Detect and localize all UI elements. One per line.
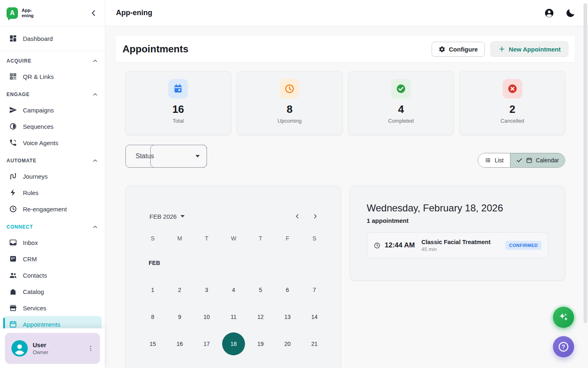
calendar-next-button[interactable]: [312, 213, 319, 220]
calendar-day-4[interactable]: 4: [222, 278, 245, 301]
calendar-week-row: 15161718192021: [139, 330, 327, 357]
calendar-day-13[interactable]: 13: [276, 305, 299, 328]
sidebar-logo-row: A App- ening: [0, 0, 105, 26]
sidebar-item-label: Rules: [23, 189, 38, 196]
sidebar-item-label: QR & Links: [23, 73, 54, 80]
appointment-row[interactable]: 12:44 AMClassic Facial Treatment45 minCO…: [367, 232, 548, 258]
sidebar-item-re-engagement[interactable]: Re-engagement: [3, 201, 102, 217]
sidebar-item-label: CRM: [23, 256, 37, 263]
topbar: App-ening: [105, 0, 588, 26]
content: Appointments Configure New Appointment 1…: [105, 26, 588, 368]
app-logo-text: App- ening: [22, 8, 33, 18]
calendar-day-15[interactable]: 15: [141, 332, 164, 355]
sidebar-item-voice-agents[interactable]: Voice Agents: [3, 135, 102, 151]
appointment-service: Classic Facial Treatment: [421, 239, 490, 245]
stat-card-total[interactable]: 16Total: [125, 71, 231, 135]
chevron-up-icon[interactable]: [92, 157, 98, 164]
ai-assistant-button[interactable]: [553, 307, 574, 328]
calendar-week-row: 891011121314: [139, 303, 327, 330]
stat-label: Upcoming: [278, 118, 302, 124]
calendar-day-17[interactable]: 17: [195, 332, 218, 355]
x-circle-icon: [507, 83, 518, 94]
qr-icon: [9, 72, 17, 81]
sidebar-item-label: Catalog: [23, 288, 44, 295]
sidebar-section-automate: AUTOMATE: [3, 153, 102, 168]
clock-icon: [374, 242, 381, 249]
calendar-day-10[interactable]: 10: [195, 305, 218, 328]
user-menu-button[interactable]: [87, 345, 94, 352]
user-card[interactable]: User Owner: [5, 333, 100, 364]
calendar-day-7[interactable]: 7: [303, 278, 326, 301]
stat-value: 8: [287, 103, 292, 116]
calendar-day-20[interactable]: 20: [276, 332, 299, 355]
help-button[interactable]: ?: [553, 336, 574, 357]
stat-label: Total: [173, 118, 184, 124]
new-appointment-button[interactable]: New Appointment: [490, 41, 568, 57]
main-area: App-ening Appointments Configure New App…: [105, 0, 588, 368]
view-toggle-list[interactable]: List: [478, 153, 510, 167]
user-avatar-icon: [11, 340, 28, 357]
check-icon: [516, 157, 523, 164]
help-icon: ?: [557, 341, 570, 353]
sidebar-section-engage: ENGAGE: [3, 87, 102, 102]
filter-row: Status List Calendar: [125, 145, 565, 168]
user-name: User: [33, 341, 48, 348]
calendar-day-12[interactable]: 12: [249, 305, 272, 328]
sidebar-item-campaigns[interactable]: Campaigns: [3, 102, 102, 118]
sidebar-item-journeys[interactable]: Journeys: [3, 168, 102, 184]
sidebar-item-dashboard[interactable]: Dashboard: [3, 30, 102, 47]
stat-card-upcoming[interactable]: 8Upcoming: [237, 71, 343, 135]
sidebar-section-acquire: ACQUIRE: [3, 54, 102, 68]
sidebar: A App- ening DashboardACQUIREQR & LinksE…: [0, 0, 105, 368]
plus-icon: [498, 45, 506, 53]
calendar-day-9[interactable]: 9: [168, 305, 191, 328]
configure-button[interactable]: Configure: [432, 42, 485, 57]
stat-card-cancelled[interactable]: 2Cancelled: [459, 71, 565, 135]
dashboard-icon: [9, 34, 17, 43]
contacts-icon: [9, 271, 17, 279]
stat-card-completed[interactable]: 4Completed: [348, 71, 454, 135]
sidebar-item-services[interactable]: Services: [3, 300, 102, 316]
calendar-grid: 123456789101112131415161718192021: [126, 276, 341, 357]
sidebar-item-rules[interactable]: Rules: [3, 184, 102, 201]
chevron-up-icon[interactable]: [92, 91, 98, 98]
chevron-up-icon[interactable]: [92, 58, 98, 64]
chevron-up-icon[interactable]: [92, 224, 98, 230]
calendar-day-6[interactable]: 6: [276, 278, 299, 301]
sidebar-collapse-button[interactable]: [89, 8, 98, 18]
calendar-day-3[interactable]: 3: [195, 278, 218, 301]
sidebar-item-contacts[interactable]: Contacts: [3, 267, 102, 283]
calendar-card: FEB 2026 SMTWTFS FEB 1234567891011121314…: [125, 186, 341, 368]
status-filter-select[interactable]: Status: [125, 145, 207, 168]
calendar-day-1[interactable]: 1: [141, 278, 164, 301]
account-icon[interactable]: [544, 8, 555, 18]
new-appointment-button-label: New Appointment: [509, 46, 561, 53]
calendar-day-21[interactable]: 21: [303, 332, 326, 355]
scrollbar-thumb[interactable]: [584, 3, 587, 323]
calendar-day-16[interactable]: 16: [168, 332, 191, 355]
view-toggle-calendar[interactable]: Calendar: [510, 153, 565, 167]
calendar-day-18[interactable]: 18: [222, 332, 245, 355]
calendar-day-2[interactable]: 2: [168, 278, 191, 301]
sidebar-item-catalog[interactable]: Catalog: [3, 283, 102, 300]
calendar-prev-button[interactable]: [294, 213, 301, 220]
calendar-day-14[interactable]: 14: [303, 305, 326, 328]
app-logo-icon: A: [7, 7, 18, 19]
calendar-day-5[interactable]: 5: [249, 278, 272, 301]
calendar-month-selector[interactable]: FEB 2026: [149, 213, 185, 220]
dark-mode-moon-icon[interactable]: [565, 8, 576, 18]
sidebar-item-qr-links[interactable]: QR & Links: [3, 68, 102, 85]
sidebar-item-sequences[interactable]: Sequences: [3, 118, 102, 135]
sidebar-item-label: Re-engagement: [23, 206, 67, 213]
calendar-day-8[interactable]: 8: [141, 305, 164, 328]
sidebar-item-inbox[interactable]: Inbox: [3, 234, 102, 251]
view-toggle-list-label: List: [494, 157, 503, 164]
sidebar-item-label: Contacts: [23, 272, 47, 279]
calendar-day-11[interactable]: 11: [222, 305, 245, 328]
sidebar-item-label: Campaigns: [23, 107, 54, 114]
crm-icon: [9, 255, 17, 263]
sidebar-item-label: Journeys: [23, 173, 48, 180]
sidebar-item-crm[interactable]: CRM: [3, 251, 102, 267]
calendar-day-19[interactable]: 19: [249, 332, 272, 355]
stat-value: 16: [172, 103, 184, 116]
